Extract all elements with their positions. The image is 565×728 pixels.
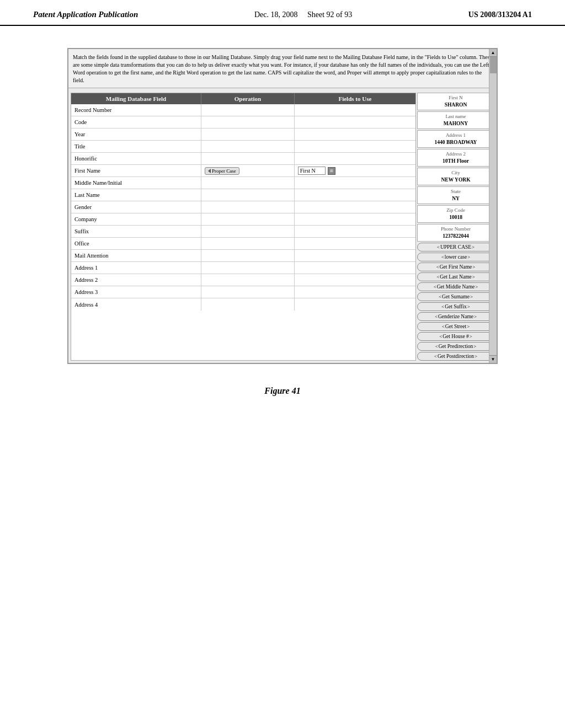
table-row: Year [71,129,415,141]
fields-cell [295,226,415,237]
publication-type: Patent Application Publication [33,10,138,19]
operation-cell [201,298,295,311]
fields-cell [295,274,415,286]
op-btn-lowercase[interactable]: lower case [417,253,494,261]
field-cell: Address 2 [71,274,201,286]
op-btn-getlastname[interactable]: Get Last Name [417,272,494,281]
table-row: Mail Attention [71,250,415,262]
fields-cell [295,286,415,298]
operation-cell [201,141,295,152]
op-btn-getstreet[interactable]: Get Street [417,322,494,331]
operation-cell [201,116,295,128]
table-row: Middle Name/Initial [71,177,415,189]
table-header: Mailing Database Field Operation Fields … [71,93,415,104]
table-row: Last Name [71,189,415,201]
operation-cell [201,262,295,274]
field-cell: Mail Attention [71,250,201,261]
main-content: Match the fields found in the supplied d… [0,26,565,418]
field-cell: Record Number [71,104,201,116]
scrollbar-track [489,57,497,355]
right-panel: First N SHARON Last name MAHONY Address … [417,93,494,361]
op-btn-getmiddlename[interactable]: Get Middle Name [417,282,494,291]
operation-cell [201,286,295,298]
col-header-fields: Fields to Use [295,93,415,104]
operation-cell [201,213,295,225]
outer-scrollbar[interactable]: ▲ ▼ [489,49,497,363]
fields-cell [295,153,415,164]
field-cell: Address 4 [71,298,201,311]
field-cell: Gender [71,201,201,213]
table-row: Address 3 [71,286,415,298]
mailing-database-table: Mailing Database Field Operation Fields … [71,93,416,361]
description-text: Match the fields found in the supplied d… [68,49,497,88]
op-btn-genderize[interactable]: Genderize Name [417,312,494,321]
figure-caption: Figure 41 [264,386,300,396]
op-btn-getfirstname[interactable]: Get First Name [417,263,494,271]
fields-cell [295,141,415,152]
col-header-operation: Operation [201,93,295,104]
fields-cell [295,201,415,213]
fields-cell [295,250,415,261]
op-btn-getsuffix[interactable]: Get Suffix [417,302,494,311]
table-body: Record Number Code Year [71,104,415,311]
scrollbar-up[interactable]: ▲ [489,49,497,57]
field-cell: Suffix [71,226,201,237]
op-btn-uppercase[interactable]: UPPER CASE [417,243,494,251]
proper-case-button[interactable]: Proper Case [205,167,239,175]
field-cell: Year [71,129,201,140]
table-row: Address 2 [71,274,415,286]
field-cell: Middle Name/Initial [71,177,201,189]
info-card-address1: Address 1 1440 BROADWAY [417,130,494,148]
table-row: Office [71,238,415,250]
operation-cell [201,238,295,249]
fields-cell [295,238,415,249]
table-row: Record Number [71,104,415,116]
scrollbar-thumb[interactable] [490,57,497,73]
fields-cell [295,213,415,225]
fields-cell [295,262,415,274]
operation-cell-firstname: Proper Case [201,165,295,176]
operation-cell [201,153,295,164]
fields-cell [295,129,415,140]
field-cell: Address 1 [71,262,201,274]
operation-cell [201,129,295,140]
field-cell-firstname: First Name [71,165,201,176]
operation-cell [201,177,295,189]
dialog-window: Match the fields found in the supplied d… [67,48,498,364]
field-cell: Address 3 [71,286,201,298]
table-row-firstname: First Name Proper Case First N ⊞ [71,165,415,177]
operation-cell [201,201,295,213]
table-row: Suffix [71,226,415,238]
op-btn-getpostdirection[interactable]: Get Postdirection [417,352,494,361]
op-btn-gethouse[interactable]: Get House # [417,332,494,341]
fields-cell [295,116,415,128]
operation-cell [201,274,295,286]
header-center: Dec. 18, 2008 Sheet 92 of 93 [254,10,352,19]
info-card-firstname: First N SHARON [417,93,494,110]
operation-cell [201,226,295,237]
table-row: Address 1 [71,262,415,274]
field-cell: Honorific [71,153,201,164]
patent-number: US 2008/313204 A1 [468,10,532,19]
fields-cell [295,177,415,189]
info-card-lastname: Last name MAHONY [417,111,494,129]
col-header-field: Mailing Database Field [71,93,201,104]
field-cell: Title [71,141,201,152]
op-btn-getsurname[interactable]: Get Surname [417,292,494,301]
info-card-address2: Address 2 10TH Floor [417,149,494,167]
table-row: Company [71,213,415,226]
info-card-zip: Zip Code 10018 [417,205,494,223]
fields-cell [295,189,415,201]
info-card-city: City NEW YORK [417,168,494,185]
fields-cell-firstname: First N ⊞ [295,165,415,176]
table-row: Gender [71,201,415,213]
sheet-info: Sheet 92 of 93 [307,10,352,19]
fields-cell [295,104,415,116]
field-cell: Office [71,238,201,249]
table-row: Title [71,141,415,153]
scrollbar-down[interactable]: ▼ [489,355,497,363]
op-btn-getpredirection[interactable]: Get Predirection [417,342,494,351]
info-card-phone: Phone Number 1237822044 [417,224,494,242]
table-row: Address 4 [71,298,415,311]
field-icon[interactable]: ⊞ [328,167,335,175]
